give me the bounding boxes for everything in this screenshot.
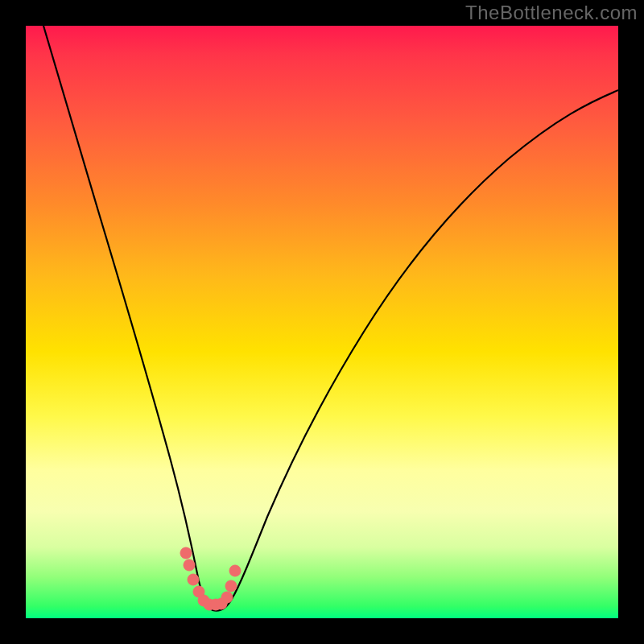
chart-frame: TheBottleneck.com xyxy=(0,0,644,644)
highlight-dot xyxy=(221,592,233,603)
highlight-dot xyxy=(184,559,195,571)
highlight-dot xyxy=(180,547,192,559)
watermark-text: TheBottleneck.com xyxy=(465,2,638,24)
highlight-marker-group xyxy=(180,547,241,610)
curve-svg xyxy=(26,26,618,618)
bottleneck-curve-path xyxy=(43,26,618,611)
highlight-dot xyxy=(188,574,199,585)
plot-area xyxy=(26,26,618,618)
highlight-dot xyxy=(225,580,237,592)
highlight-dot xyxy=(229,565,241,576)
